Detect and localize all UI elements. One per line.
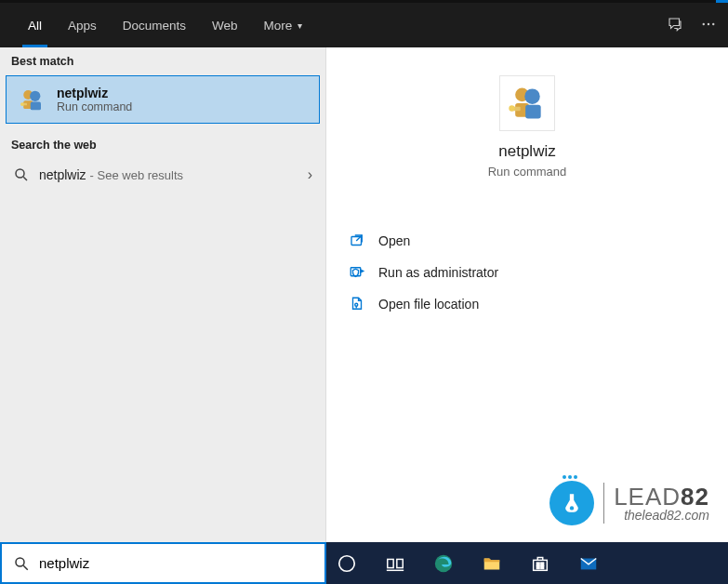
action-open[interactable]: Open — [349, 225, 706, 257]
svg-rect-29 — [536, 563, 539, 565]
watermark-logo: LEAD82 thelead82.com — [549, 481, 709, 525]
detail-panel: netplwiz Run command Open Run as adminis… — [326, 47, 728, 542]
edge-icon[interactable] — [432, 552, 455, 575]
web-hint: - See web results — [90, 168, 183, 182]
result-subtitle: Run command — [57, 100, 132, 113]
file-explorer-icon[interactable] — [481, 552, 503, 575]
action-open-label: Open — [378, 233, 410, 248]
more-options-icon[interactable] — [700, 16, 717, 35]
cortana-icon[interactable] — [336, 552, 358, 575]
action-run-admin-label: Run as administrator — [378, 265, 498, 280]
search-input-bar[interactable] — [0, 542, 326, 584]
tab-apps[interactable]: Apps — [55, 3, 110, 47]
svg-point-1 — [708, 22, 709, 24]
svg-point-19 — [355, 303, 358, 306]
detail-app-icon — [499, 75, 555, 131]
svg-point-0 — [703, 22, 705, 24]
svg-rect-6 — [31, 102, 41, 111]
svg-point-9 — [16, 169, 24, 178]
taskbar — [326, 542, 728, 584]
svg-rect-24 — [388, 559, 393, 567]
web-term: netplwiz — [39, 167, 86, 182]
section-best-match: Best match — [0, 47, 325, 73]
web-result-row[interactable]: netplwiz - See web results › — [0, 157, 325, 192]
svg-rect-14 — [525, 105, 541, 119]
netplwiz-icon — [18, 86, 46, 113]
action-run-admin[interactable]: Run as administrator — [349, 257, 706, 288]
section-search-web: Search the web — [0, 131, 325, 157]
detail-title: netplwiz — [326, 142, 728, 161]
logo-badge-icon — [549, 481, 594, 525]
open-icon — [349, 232, 365, 249]
svg-point-2 — [712, 22, 714, 24]
shield-run-icon — [349, 264, 365, 281]
svg-point-8 — [20, 102, 24, 106]
search-icon — [13, 166, 30, 183]
svg-line-10 — [23, 177, 27, 180]
microsoft-store-icon[interactable] — [529, 552, 551, 575]
mail-icon[interactable] — [577, 552, 600, 575]
search-icon — [13, 555, 30, 572]
svg-rect-32 — [541, 565, 544, 568]
tab-more[interactable]: More▾ — [251, 3, 316, 47]
action-open-location-label: Open file location — [378, 297, 479, 312]
detail-subtitle: Run command — [326, 165, 728, 179]
svg-rect-31 — [536, 565, 539, 568]
svg-point-23 — [339, 555, 355, 571]
chevron-down-icon: ▾ — [298, 20, 302, 31]
tab-web[interactable]: Web — [199, 3, 251, 47]
tab-documents[interactable]: Documents — [110, 3, 199, 47]
search-input[interactable] — [39, 555, 313, 571]
folder-location-icon — [349, 296, 365, 312]
svg-point-16 — [509, 105, 514, 111]
search-tabs: All Apps Documents Web More▾ — [0, 3, 728, 47]
svg-line-22 — [23, 565, 28, 570]
results-panel: Best match netplwiz Run command Search t… — [0, 47, 326, 542]
svg-point-12 — [524, 88, 540, 104]
task-view-icon[interactable] — [384, 552, 406, 575]
svg-point-20 — [570, 506, 574, 510]
tab-all[interactable]: All — [15, 3, 55, 47]
feedback-icon[interactable] — [667, 16, 683, 35]
best-match-result[interactable]: netplwiz Run command — [6, 75, 320, 124]
result-title: netplwiz — [57, 86, 132, 100]
chevron-right-icon: › — [308, 166, 312, 183]
svg-point-21 — [16, 558, 24, 566]
svg-point-4 — [30, 91, 40, 101]
svg-rect-25 — [397, 559, 403, 567]
action-open-location[interactable]: Open file location — [349, 288, 706, 320]
svg-rect-28 — [534, 560, 548, 570]
svg-rect-30 — [541, 563, 544, 565]
